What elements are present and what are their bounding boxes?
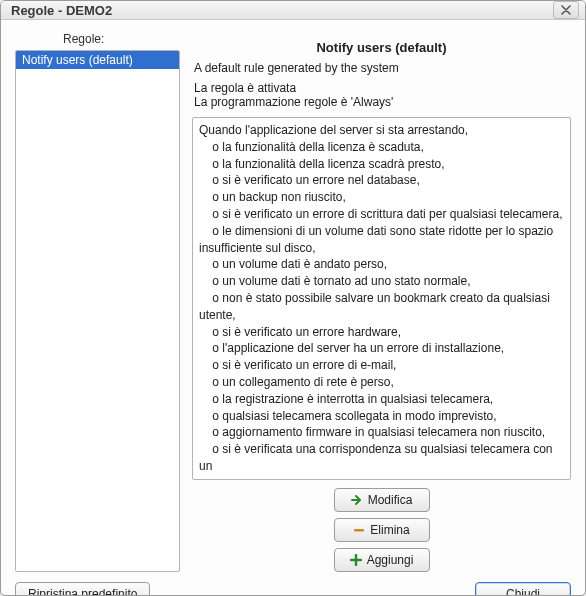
rule-status: La regola è attivata <box>192 81 571 95</box>
close-icon[interactable] <box>553 1 579 19</box>
restore-defaults-label: Ripristina predefinito <box>28 587 137 596</box>
minus-icon <box>353 524 365 536</box>
columns: Regole: Notify users (default) Notify us… <box>15 30 571 572</box>
right-column: Notify users (default) A default rule ge… <box>192 30 571 572</box>
rule-conditions-wrap: Quando l'applicazione del server si sta … <box>192 117 571 480</box>
rules-listbox[interactable]: Notify users (default) <box>15 50 180 572</box>
left-column: Regole: Notify users (default) <box>15 30 180 572</box>
rule-conditions-textbox[interactable]: Quando l'applicazione del server si sta … <box>192 117 571 480</box>
rule-title: Notify users (default) <box>192 30 571 61</box>
arrow-right-icon <box>351 494 363 506</box>
add-button-label: Aggiungi <box>367 553 414 567</box>
rule-description: A default rule generated by the system <box>192 61 571 81</box>
footer: Ripristina predefinito Chiudi <box>15 572 571 596</box>
dialog-window: Regole - DEMO2 Regole: Notify users (def… <box>0 0 586 596</box>
modify-button[interactable]: Modifica <box>334 488 430 512</box>
close-button[interactable]: Chiudi <box>475 582 571 596</box>
titlebar: Regole - DEMO2 <box>1 1 585 20</box>
svg-rect-0 <box>354 529 364 531</box>
window-title: Regole - DEMO2 <box>11 3 553 18</box>
close-button-label: Chiudi <box>506 587 540 596</box>
restore-defaults-button[interactable]: Ripristina predefinito <box>15 582 150 596</box>
plus-icon <box>350 554 362 566</box>
rule-schedule: La programmazione regole è 'Always' <box>192 95 571 117</box>
delete-button[interactable]: Elimina <box>334 518 430 542</box>
rules-label: Regole: <box>15 30 180 50</box>
delete-button-label: Elimina <box>370 523 409 537</box>
rule-list-item[interactable]: Notify users (default) <box>16 51 179 69</box>
modify-button-label: Modifica <box>368 493 413 507</box>
dialog-body: Regole: Notify users (default) Notify us… <box>1 20 585 596</box>
add-button[interactable]: Aggiungi <box>334 548 430 572</box>
action-buttons: Modifica Elimina Aggiungi <box>192 480 571 572</box>
